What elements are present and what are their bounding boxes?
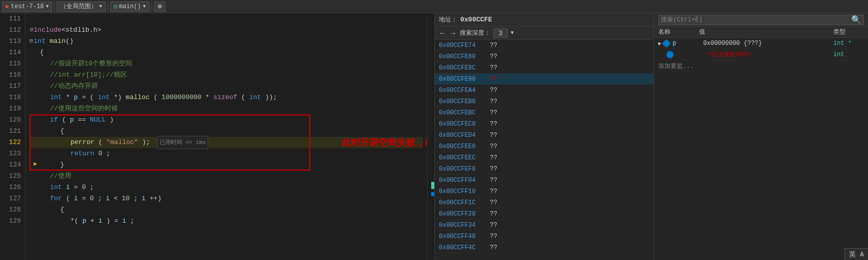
- line-num-113: 113: [2, 36, 21, 47]
- tab-label: test-7-18: [11, 3, 44, 10]
- watch-toolbar: 搜索(Ctrl+E) 🔍: [654, 13, 868, 27]
- ime-label: 英 A: [849, 251, 864, 258]
- search-depth-input[interactable]: [493, 29, 508, 38]
- memory-row-11: 0x00CCFEF8 ??: [435, 163, 654, 175]
- toolbar-separator-3: [152, 2, 152, 11]
- line-num-124: 124: [2, 159, 21, 171]
- toolbar-separator-2: [108, 2, 108, 11]
- function-selector[interactable]: ◎ main() ▼: [110, 2, 150, 12]
- depth-dropdown-arrow[interactable]: ▼: [511, 30, 514, 36]
- line-num-121: 121: [2, 126, 21, 137]
- code-line-126: int i = 0 ;: [30, 182, 423, 193]
- memory-row-13: 0x00CCFF10 ??: [435, 186, 654, 197]
- watch-table[interactable]: 名称 值 类型 ▶ p 0x00000000 {???} int * <无法读取…: [654, 27, 868, 260]
- line-num-127: 127: [2, 193, 21, 204]
- collapse-main[interactable]: ⊟: [30, 36, 33, 47]
- line-numbers: 111 112 113 114 115 116 117 118 119 120 …: [0, 13, 26, 260]
- code-line-117: //动态内存开辟: [30, 81, 423, 92]
- search-depth-label: 搜索深度：: [460, 29, 490, 37]
- code-line-119: //使用这些空间的时候: [30, 103, 423, 114]
- code-line-121: {: [30, 126, 423, 137]
- ime-indicator: 英 A: [845, 248, 868, 260]
- tab-dropdown-arrow[interactable]: ▼: [46, 4, 48, 9]
- scroll-marker-green: [431, 182, 434, 189]
- watch-row-p-deref: <无法读取内存> int: [654, 49, 868, 60]
- line-num-123: 123: [2, 148, 21, 159]
- code-line-114: {: [30, 47, 423, 58]
- code-scrollbar[interactable]: [427, 13, 434, 260]
- line-num-119: 119: [2, 103, 21, 114]
- execution-arrow: ➤: [33, 159, 38, 171]
- memory-row-7: 0x00CCFEC8 ??: [435, 119, 654, 130]
- code-line-118: int * p = ( int *) malloc ( 1000000000 *…: [30, 92, 423, 103]
- watch-panel: 搜索(Ctrl+E) 🔍 名称 值 类型 ▶ p 0x00000000 {???…: [654, 13, 868, 260]
- addr-label: 地址：: [439, 15, 457, 24]
- memory-row-9: 0x00CCFEE0 ??: [435, 141, 654, 152]
- code-line-113: ⊟ int main (): [30, 36, 423, 47]
- code-line-115: //假设开辟10个整形的空间: [30, 58, 423, 69]
- tab-icon: ▶: [6, 3, 9, 10]
- code-line-125: //使用: [30, 171, 423, 182]
- main-area: 111 112 113 114 115 116 117 118 119 120 …: [0, 13, 868, 260]
- watch-p-type: int *: [833, 40, 864, 47]
- tab-test-7-18[interactable]: ▶ test-7-18 ▼: [2, 2, 52, 12]
- watch-col-type-header: 类型: [833, 28, 864, 36]
- code-line-124: }: [30, 159, 423, 171]
- code-content[interactable]: ➤ 此时开辟空间失败，函数返回了NULL #include<st: [26, 13, 427, 260]
- code-line-129: *( p + i ) = i ;: [30, 216, 423, 227]
- scope-label: （全局范围）: [60, 2, 97, 11]
- code-line-112: #include<stdlib.h>: [30, 25, 423, 36]
- memory-row-3: 0x00CCFE98 ??: [435, 74, 654, 85]
- search-icon: 🔍: [851, 15, 861, 25]
- scope-selector[interactable]: （全局范围） ▼: [57, 2, 105, 12]
- memory-row-16: 0x00CCFF34 ??: [435, 220, 654, 231]
- memory-row-17: 0x00CCFF40 ??: [435, 231, 654, 242]
- memory-row-2: 0x00CCFE8C ??: [435, 62, 654, 74]
- expand-p-button[interactable]: ▶: [658, 40, 661, 46]
- line-num-118: 118: [2, 92, 21, 103]
- memory-row-15: 0x00CCFF28 ??: [435, 208, 654, 220]
- code-lines-container: 111 112 113 114 115 116 117 118 119 120 …: [0, 13, 434, 260]
- function-icon: ◎: [114, 3, 117, 10]
- code-editor: 111 112 113 114 115 116 117 118 119 120 …: [0, 13, 434, 260]
- search-input[interactable]: [703, 16, 851, 23]
- memory-address-list[interactable]: 0x00CCFE74 ?? 0x00CCFE80 ?? 0x00CCFE8C ?…: [435, 40, 654, 260]
- line-num-128: 128: [2, 204, 21, 216]
- memory-row-10: 0x00CCFEEC ??: [435, 152, 654, 163]
- function-label: main(): [119, 3, 141, 10]
- line-num-125: 125: [2, 171, 21, 182]
- code-line-128: {: [30, 204, 423, 216]
- memory-row-4: 0x00CCFEA4 ??: [435, 85, 654, 96]
- memory-row-6: 0x00CCFEBC ??: [435, 107, 654, 119]
- watch-p-value: 0x00000000 {???}: [703, 40, 833, 47]
- code-line-127: for ( i = 0 ; i < 10 ; i ++): [30, 193, 423, 204]
- memory-row-8: 0x00CCFED4 ??: [435, 130, 654, 141]
- watch-p-icon: [662, 39, 671, 48]
- memory-row-12: 0x00CCFF04 ??: [435, 175, 654, 186]
- memory-panel: 地址： 0x00CCFE ← → 搜索深度： ▼ 0x00CCFE74 ?? 0…: [434, 13, 654, 260]
- watch-deref-type: int: [833, 51, 864, 58]
- search-box[interactable]: 搜索(Ctrl+E) 🔍: [658, 15, 864, 25]
- line-num-120: 120: [2, 114, 21, 126]
- memory-row-5: 0x00CCFEB0 ??: [435, 96, 654, 107]
- pin-button[interactable]: ⊕: [154, 2, 165, 12]
- line-num-112: 112: [2, 25, 21, 36]
- line-num-129: 129: [2, 216, 21, 227]
- code-line-120: if ( p == NULL ): [30, 114, 423, 126]
- nav-forward-button[interactable]: →: [449, 29, 456, 37]
- scroll-marker-blue: [431, 192, 434, 196]
- addr-value: 0x00CCFE: [460, 16, 492, 23]
- function-dropdown-arrow[interactable]: ▼: [143, 4, 145, 9]
- scope-dropdown-arrow[interactable]: ▼: [99, 4, 102, 9]
- nav-back-button[interactable]: ←: [439, 29, 446, 37]
- add-watch-button[interactable]: 添加要监...: [654, 60, 868, 72]
- code-line-111: [30, 13, 423, 25]
- memory-row-1: 0x00CCFE80 ??: [435, 51, 654, 62]
- memory-panel-toolbar: 地址： 0x00CCFE: [435, 13, 654, 27]
- watch-row-p[interactable]: ▶ p 0x00000000 {???} int *: [654, 38, 868, 49]
- line-num-115: 115: [2, 58, 21, 69]
- watch-table-header: 名称 值 类型: [654, 27, 868, 38]
- line-num-116: 116: [2, 69, 21, 81]
- line-num-117: 117: [2, 81, 21, 92]
- watch-deref-value: <无法读取内存>: [707, 50, 833, 59]
